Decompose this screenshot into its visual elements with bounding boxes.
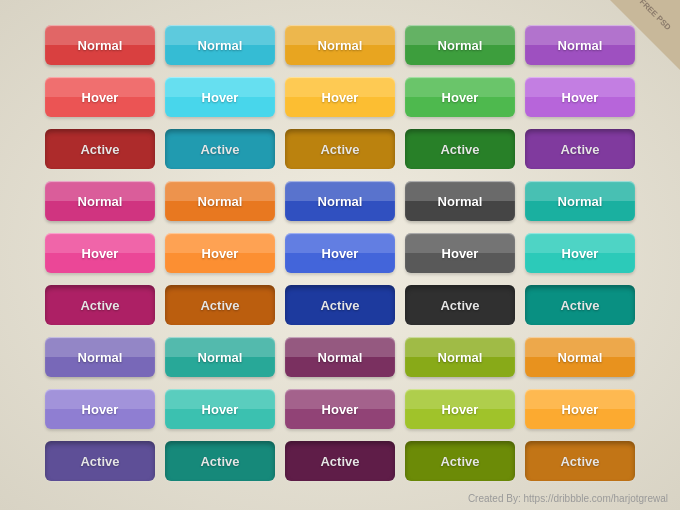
- btn-row4-col3[interactable]: Normal: [285, 181, 395, 221]
- btn-row9-col4[interactable]: Active: [405, 441, 515, 481]
- btn-row1-col2[interactable]: Normal: [165, 25, 275, 65]
- btn-row6-col5[interactable]: Active: [525, 285, 635, 325]
- btn-row9-col5[interactable]: Active: [525, 441, 635, 481]
- btn-row6-col1[interactable]: Active: [45, 285, 155, 325]
- btn-row5-col3[interactable]: Hover: [285, 233, 395, 273]
- button-grid: Normal Normal Normal Normal Normal Hover…: [25, 5, 655, 505]
- btn-row8-col1[interactable]: Hover: [45, 389, 155, 429]
- btn-row2-col2[interactable]: Hover: [165, 77, 275, 117]
- btn-row7-col5[interactable]: Normal: [525, 337, 635, 377]
- btn-row9-col2[interactable]: Active: [165, 441, 275, 481]
- btn-row9-col1[interactable]: Active: [45, 441, 155, 481]
- btn-row2-col4[interactable]: Hover: [405, 77, 515, 117]
- btn-row4-col1[interactable]: Normal: [45, 181, 155, 221]
- btn-row1-col1[interactable]: Normal: [45, 25, 155, 65]
- btn-row7-col2[interactable]: Normal: [165, 337, 275, 377]
- btn-row6-col3[interactable]: Active: [285, 285, 395, 325]
- btn-row1-col3[interactable]: Normal: [285, 25, 395, 65]
- btn-row3-col2[interactable]: Active: [165, 129, 275, 169]
- btn-row2-col1[interactable]: Hover: [45, 77, 155, 117]
- btn-row6-col2[interactable]: Active: [165, 285, 275, 325]
- btn-row3-col3[interactable]: Active: [285, 129, 395, 169]
- btn-row5-col1[interactable]: Hover: [45, 233, 155, 273]
- btn-row8-col5[interactable]: Hover: [525, 389, 635, 429]
- corner-badge: FREE PSD: [610, 0, 680, 70]
- btn-row3-col4[interactable]: Active: [405, 129, 515, 169]
- btn-row5-col2[interactable]: Hover: [165, 233, 275, 273]
- btn-row9-col3[interactable]: Active: [285, 441, 395, 481]
- btn-row1-col4[interactable]: Normal: [405, 25, 515, 65]
- btn-row7-col3[interactable]: Normal: [285, 337, 395, 377]
- btn-row4-col2[interactable]: Normal: [165, 181, 275, 221]
- footer-text: Created By: https://dribbble.com/harjotg…: [468, 493, 668, 504]
- btn-row4-col5[interactable]: Normal: [525, 181, 635, 221]
- btn-row3-col1[interactable]: Active: [45, 129, 155, 169]
- btn-row7-col4[interactable]: Normal: [405, 337, 515, 377]
- btn-row2-col5[interactable]: Hover: [525, 77, 635, 117]
- btn-row8-col2[interactable]: Hover: [165, 389, 275, 429]
- btn-row7-col1[interactable]: Normal: [45, 337, 155, 377]
- btn-row6-col4[interactable]: Active: [405, 285, 515, 325]
- btn-row5-col4[interactable]: Hover: [405, 233, 515, 273]
- btn-row8-col3[interactable]: Hover: [285, 389, 395, 429]
- btn-row3-col5[interactable]: Active: [525, 129, 635, 169]
- btn-row5-col5[interactable]: Hover: [525, 233, 635, 273]
- badge-text: FREE PSD: [637, 0, 673, 33]
- btn-row2-col3[interactable]: Hover: [285, 77, 395, 117]
- btn-row8-col4[interactable]: Hover: [405, 389, 515, 429]
- btn-row4-col4[interactable]: Normal: [405, 181, 515, 221]
